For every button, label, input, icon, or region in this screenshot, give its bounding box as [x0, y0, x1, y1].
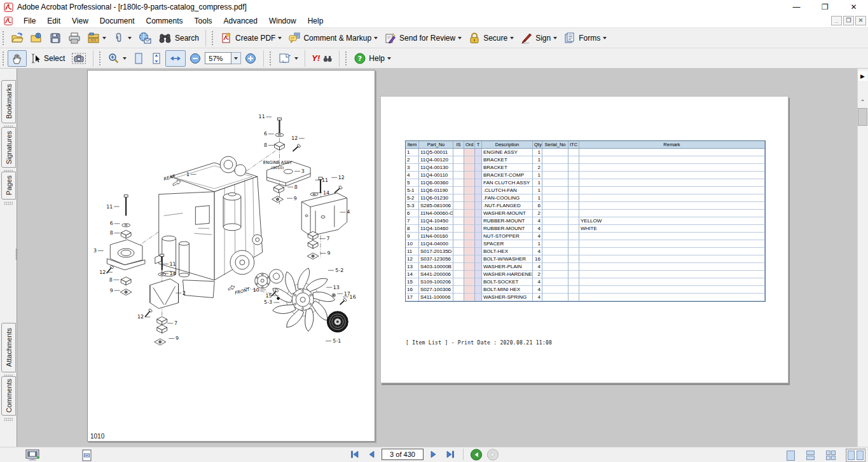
previous-page-button[interactable]	[365, 449, 378, 460]
table-cell	[453, 202, 464, 210]
table-cell	[464, 255, 475, 263]
pane-splitter-grip[interactable]	[15, 248, 18, 260]
callout-number: 6	[264, 131, 267, 137]
menu-document[interactable]: Document	[94, 15, 141, 27]
toolbar-grip[interactable]	[345, 51, 348, 66]
single-page-button[interactable]	[785, 449, 796, 462]
sidebar-tab-bookmarks[interactable]: Bookmarks	[1, 80, 16, 123]
binoculars-icon	[158, 32, 172, 44]
next-view-button[interactable]	[486, 449, 499, 460]
snapshot-tool-button[interactable]	[68, 50, 90, 67]
column-header-serial_no: Serial_No	[542, 141, 568, 149]
zoom-level-input[interactable]	[205, 52, 231, 64]
continuous-button[interactable]	[805, 449, 816, 461]
table-cell: 1	[533, 240, 542, 248]
toolbar-grip[interactable]	[2, 31, 5, 46]
table-cell	[542, 172, 568, 179]
comment-markup-label: Comment & Markup	[303, 34, 371, 43]
page-display-button[interactable]	[275, 50, 301, 67]
email-button[interactable]	[135, 30, 155, 46]
print-button[interactable]	[65, 30, 84, 46]
menu-file[interactable]: File	[18, 15, 41, 27]
screen-mode-icon[interactable]	[25, 449, 41, 461]
tab-grip[interactable]	[4, 418, 13, 421]
mdi-close-button[interactable]: ✕	[855, 16, 866, 25]
select-tool-button[interactable]: Select	[27, 50, 68, 67]
zoom-tool-button[interactable]	[104, 50, 130, 67]
callout-number: 12	[99, 269, 106, 275]
sidebar-tab-comments[interactable]: Comments	[1, 376, 16, 416]
facing-button[interactable]	[846, 449, 865, 462]
page-layout-status-icon[interactable]	[81, 449, 92, 461]
forms-button[interactable]: Forms	[560, 30, 610, 46]
table-cell	[579, 156, 765, 164]
mdi-restore-button[interactable]: ❐	[843, 16, 854, 25]
sidebar-tab-label: Signatures	[5, 131, 13, 165]
table-cell	[542, 217, 568, 225]
next-page-button[interactable]	[427, 449, 440, 460]
scroll-up-arrow-icon[interactable]: ⌃	[858, 99, 867, 107]
search-button[interactable]: Search	[155, 30, 202, 46]
yahoo-search-button[interactable]: Y!	[308, 50, 336, 67]
table-cell: 11	[406, 248, 419, 255]
create-pdf-button[interactable]: Create PDF	[217, 30, 285, 46]
fit-width-button[interactable]	[165, 50, 186, 67]
menu-help[interactable]: Help	[302, 15, 329, 27]
hand-tool-button[interactable]	[8, 50, 27, 67]
attach-button[interactable]	[109, 30, 135, 46]
toolbar-grip[interactable]	[99, 51, 102, 66]
save-button[interactable]	[46, 30, 65, 46]
menu-tools[interactable]: Tools	[189, 15, 218, 27]
send-for-review-button[interactable]: Send for Review	[381, 30, 465, 46]
sidebar-tab-attachments[interactable]: Attachments	[1, 323, 16, 372]
vertical-scrollbar[interactable]: ▶ ⌃	[857, 69, 868, 447]
open-web-button[interactable]	[27, 30, 46, 46]
menu-comments[interactable]: Comments	[141, 15, 189, 27]
open-button[interactable]	[8, 30, 27, 46]
table-cell: S285-081006	[419, 202, 453, 210]
table-cell	[464, 179, 475, 187]
table-cell: BRACKET	[482, 156, 533, 164]
table-cell: 6	[533, 202, 542, 210]
secure-button[interactable]: Secure	[465, 30, 517, 46]
tab-grip[interactable]	[4, 201, 13, 205]
table-cell: NUT-STOPPER	[482, 233, 533, 240]
scrollbar-thumb[interactable]	[858, 108, 867, 126]
page-indicator-input[interactable]	[382, 449, 424, 460]
menu-window[interactable]: Window	[263, 15, 302, 27]
table-cell: 4	[533, 225, 542, 233]
sign-button[interactable]: Sign	[517, 30, 560, 46]
previous-view-button[interactable]	[470, 449, 483, 460]
fit-height-button[interactable]	[148, 50, 165, 67]
continuous-facing-button[interactable]	[825, 449, 837, 461]
toolbar-grip[interactable]	[2, 51, 5, 66]
help-button[interactable]: ? Help	[350, 50, 394, 67]
sidebar-tab-pages[interactable]: Pages	[1, 172, 16, 200]
toolbar-grip[interactable]	[211, 31, 214, 46]
table-cell	[464, 187, 475, 194]
zoom-out-button[interactable]	[186, 50, 205, 67]
table-cell: 16	[533, 255, 542, 263]
zoom-level-dropdown-button[interactable]	[231, 52, 241, 64]
dropdown-arrow-icon	[553, 37, 557, 41]
restore-button[interactable]: ❐	[811, 0, 839, 14]
table-cell	[475, 179, 482, 187]
menu-view[interactable]: View	[66, 15, 94, 27]
fit-page-button[interactable]	[130, 50, 148, 67]
toolbar-separator	[339, 50, 340, 67]
close-button[interactable]: ✕	[839, 0, 868, 14]
zoom-in-button[interactable]	[241, 50, 260, 67]
table-cell: YELLOW	[579, 217, 765, 225]
minimize-button[interactable]: ―	[782, 0, 811, 14]
comment-markup-button[interactable]: Comment & Markup	[285, 30, 381, 46]
first-page-button[interactable]	[348, 449, 361, 460]
last-page-button[interactable]	[444, 449, 457, 460]
toolbar-grip[interactable]	[269, 51, 272, 66]
sidebar-tab-signatures[interactable]: Signatures	[1, 127, 16, 168]
menu-advanced[interactable]: Advanced	[218, 15, 263, 27]
menu-edit[interactable]: Edit	[41, 15, 66, 27]
column-header-part_no: Part_No	[419, 141, 453, 149]
collapse-pane-arrow-icon[interactable]: ▶	[858, 71, 867, 81]
mdi-minimize-button[interactable]: _	[831, 16, 842, 25]
organizer-button[interactable]	[84, 30, 109, 46]
